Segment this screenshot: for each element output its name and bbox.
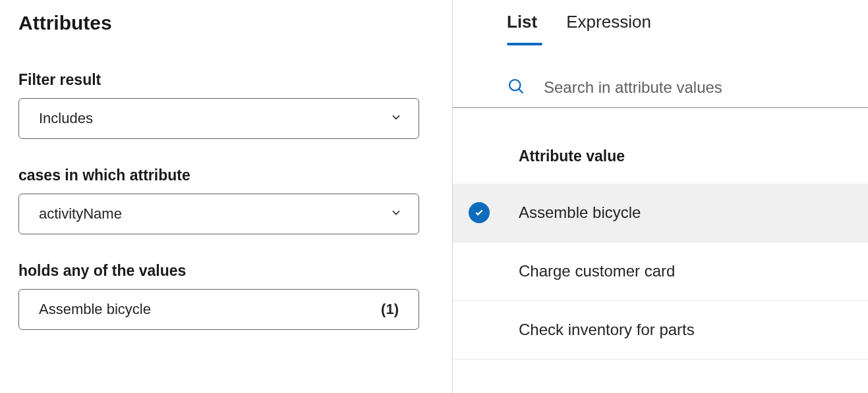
svg-point-0 [509, 80, 520, 90]
list-header: Attribute value [453, 147, 868, 165]
tab-expression[interactable]: Expression [566, 12, 651, 45]
list-item-label: Charge customer card [519, 262, 675, 280]
list-item[interactable]: Charge customer card [453, 242, 868, 301]
values-label: holds any of the values [18, 262, 434, 280]
chevron-down-icon [390, 206, 403, 222]
list-item[interactable]: Check inventory for parts [453, 301, 868, 359]
tabs: List Expression [453, 12, 868, 45]
attribute-value: activityName [39, 205, 122, 223]
list-item-label: Assemble bicycle [519, 203, 641, 222]
values-text: Assemble bicycle [39, 301, 151, 318]
search-row [453, 77, 868, 108]
filter-result-value: Includes [39, 110, 93, 127]
tab-list[interactable]: List [507, 12, 537, 45]
svg-line-1 [519, 89, 523, 93]
filter-result-label: Filter result [18, 71, 434, 89]
values-panel: List Expression Attribute value Assemble… [453, 0, 868, 393]
filter-result-select[interactable]: Includes [18, 98, 419, 139]
attribute-select[interactable]: activityName [18, 194, 419, 234]
chevron-down-icon [390, 111, 403, 126]
attributes-panel: Attributes Filter result Includes cases … [0, 0, 453, 393]
panel-title: Attributes [18, 12, 434, 34]
values-count: (1) [381, 301, 399, 318]
search-input[interactable] [544, 78, 868, 97]
list-item-label: Check inventory for parts [519, 321, 695, 339]
values-select[interactable]: Assemble bicycle (1) [18, 289, 419, 330]
search-icon [507, 77, 525, 98]
attribute-label: cases in which attribute [18, 167, 434, 184]
check-icon [469, 202, 490, 223]
list-item[interactable]: Assemble bicycle [453, 184, 868, 242]
